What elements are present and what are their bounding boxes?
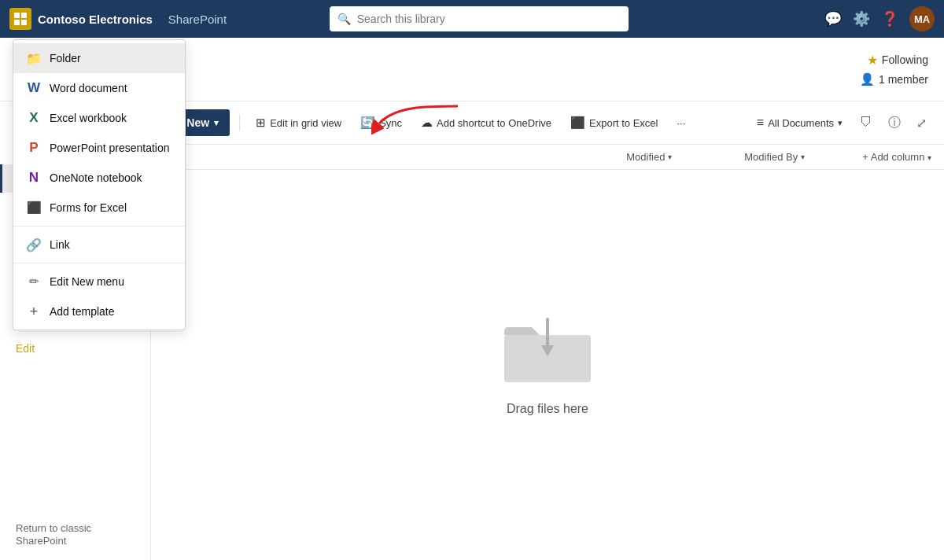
all-docs-label: All Documents [768, 117, 834, 129]
svg-rect-2 [14, 20, 20, 25]
chevron-down-icon: ▾ [838, 118, 843, 128]
sidebar-footer: Return to classic SharePoint [0, 514, 150, 554]
list-icon: ≡ [757, 116, 764, 130]
following-button[interactable]: ★ Following [867, 53, 928, 68]
classic-sharepoint-link[interactable]: Return to classic SharePoint [16, 522, 91, 547]
col-add-column[interactable]: + Add column ▾ [862, 151, 931, 163]
more-label: ··· [677, 117, 686, 129]
drag-files-text: Drag files here [507, 402, 588, 416]
filter-button[interactable]: ⛉ [855, 112, 877, 133]
dropdown-item-add-template[interactable]: + Add template [151, 297, 185, 326]
user-avatar[interactable]: MA [909, 6, 935, 31]
search-input[interactable] [357, 13, 621, 25]
dropdown-item-link[interactable]: 🔗 Link [151, 230, 185, 260]
site-header-right: ★ Following 👤 1 member [860, 53, 928, 87]
more-button[interactable]: ··· [671, 112, 692, 134]
modified-sort-icon: ▾ [668, 153, 672, 161]
help-icon[interactable]: ❓ [881, 10, 898, 28]
col-modified-by[interactable]: Modified By ▾ [744, 151, 862, 163]
toolbar: + New ▾ ⊞ Edit in grid view [151, 101, 944, 145]
dropdown-item-excel[interactable]: X Excel workbook [151, 103, 185, 133]
edit-grid-button[interactable]: ⊞ Edit in grid view [249, 111, 348, 134]
main-layout: Home Conversations Documents Shared with… [0, 101, 944, 560]
table-header: Modified ▾ Modified By ▾ + Add column ▾ [151, 145, 944, 170]
fullscreen-button[interactable]: ⤢ [912, 112, 931, 134]
modified-by-sort-icon: ▾ [801, 153, 805, 161]
dropdown-divider-2 [151, 263, 185, 263]
modified-label: Modified [626, 151, 665, 163]
edit-grid-label: Edit in grid view [270, 117, 341, 129]
empty-state: Drag files here [151, 170, 944, 560]
add-column-label: + Add column [862, 151, 924, 163]
new-dropdown-menu: 📁 Folder W Word document X Excel workboo… [151, 101, 186, 330]
excel-icon: ⬛ [570, 116, 585, 130]
shortcut-button[interactable]: ☁ Add shortcut to OneDrive [415, 111, 558, 134]
dropdown-label: PowerPoint presentation [151, 142, 170, 154]
grid-icon: ⊞ [256, 116, 266, 130]
chevron-down-icon: ▾ [214, 118, 219, 128]
member-label: 1 member [879, 73, 928, 86]
topbar-actions: 💬 ⚙️ ❓ MA [824, 6, 935, 31]
sidebar-edit[interactable]: Edit [0, 334, 150, 363]
shortcut-label: Add shortcut to OneDrive [437, 117, 551, 129]
star-icon: ★ [867, 53, 878, 68]
export-label: Export to Excel [589, 117, 658, 129]
toolbar-right: ≡ All Documents ▾ ⛉ ⓘ ⤢ [750, 111, 931, 134]
sync-button[interactable]: 🔄 Sync [354, 111, 408, 134]
dropdown-item-edit-menu[interactable]: ✏ Edit New menu [151, 267, 185, 297]
content-area: + New ▾ ⊞ Edit in grid view [151, 101, 944, 560]
company-logo[interactable]: Contoso Electronics [9, 8, 153, 30]
dropdown-item-forms[interactable]: ⬛ Forms for Excel [151, 193, 185, 223]
chat-icon[interactable]: 💬 [824, 10, 842, 28]
dropdown-item-onenote[interactable]: N OneNote notebook [151, 163, 185, 193]
search-bar[interactable]: 🔍 [330, 6, 629, 31]
modified-by-label: Modified By [744, 151, 798, 163]
svg-rect-0 [14, 13, 20, 18]
search-icon: 🔍 [337, 13, 351, 25]
col-modified[interactable]: Modified ▾ [626, 151, 744, 163]
settings-icon[interactable]: ⚙️ [853, 10, 870, 28]
add-col-chevron: ▾ [927, 153, 931, 162]
sync-label: Sync [379, 117, 402, 129]
info-button[interactable]: ⓘ [883, 112, 905, 134]
toolbar-separator [239, 115, 240, 131]
app-name: SharePoint [168, 13, 227, 26]
dropdown-divider [151, 226, 185, 227]
company-logo-icon [9, 8, 31, 30]
company-name: Contoso Electronics [38, 13, 153, 26]
onedrive-icon: ☁ [421, 116, 433, 130]
person-icon: 👤 [860, 72, 875, 87]
following-label: Following [882, 53, 928, 66]
svg-rect-3 [21, 20, 27, 25]
sync-icon: 🔄 [360, 116, 375, 130]
empty-folder-illustration [500, 315, 595, 386]
svg-rect-1 [21, 13, 27, 18]
new-label: New [186, 116, 209, 129]
member-info: 👤 1 member [860, 72, 928, 87]
topbar: Contoso Electronics SharePoint 🔍 💬 ⚙️ ❓ … [0, 0, 944, 38]
all-documents-button[interactable]: ≡ All Documents ▾ [750, 111, 849, 134]
dropdown-item-ppt[interactable]: P PowerPoint presentation [151, 133, 185, 163]
export-button[interactable]: ⬛ Export to Excel [564, 111, 664, 134]
